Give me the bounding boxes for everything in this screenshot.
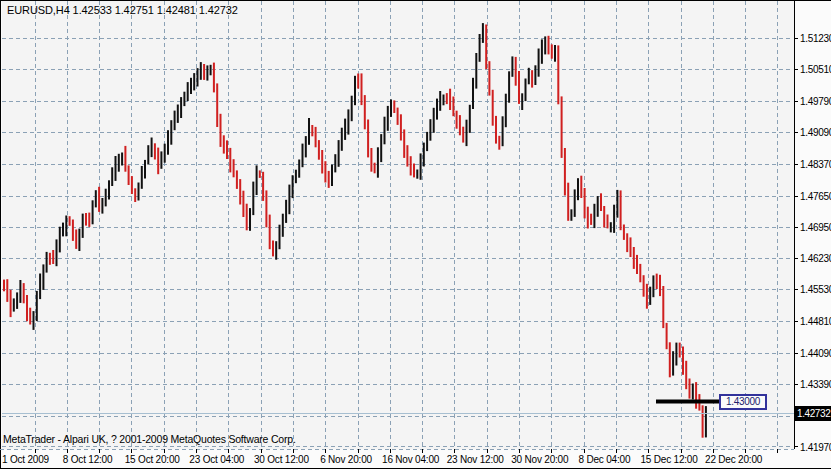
price-bar	[33, 311, 35, 330]
price-bar	[472, 78, 474, 109]
price-bar	[508, 71, 510, 102]
time-axis-label: 30 Nov 20:00	[511, 454, 569, 465]
price-bar	[675, 343, 677, 366]
price-bar	[233, 159, 235, 177]
price-bar	[239, 179, 241, 204]
price-bar	[518, 71, 520, 104]
price-bar	[495, 116, 497, 144]
price-bar	[393, 100, 395, 113]
price-bar	[157, 148, 159, 175]
price-bar	[328, 171, 330, 188]
price-bar	[72, 220, 74, 241]
price-bar	[151, 138, 153, 158]
price-bar	[485, 25, 487, 70]
price-bar	[416, 170, 418, 179]
price-axis-label: 1.44090	[800, 348, 831, 359]
price-bar	[262, 172, 264, 201]
price-bar	[403, 129, 405, 158]
current-price-badge: 1.42732	[795, 406, 831, 421]
price-bar	[249, 208, 251, 231]
time-axis-label: 23 Nov 12:00	[447, 454, 505, 465]
time-axis-label: 8 Dec 04:00	[579, 454, 631, 465]
price-bar	[193, 73, 195, 90]
chart-plot-area[interactable]: 1.512301.505101.497901.490901.483701.476…	[0, 0, 831, 469]
price-bar	[92, 200, 94, 224]
price-bar	[426, 132, 428, 151]
price-bar	[223, 135, 225, 153]
price-bar	[446, 93, 448, 104]
price-bar	[59, 227, 61, 253]
price-bar	[160, 151, 162, 168]
horizontal-line-object[interactable]	[656, 400, 722, 404]
price-bar	[23, 283, 25, 303]
price-bar	[410, 156, 412, 175]
price-bar	[580, 176, 582, 198]
price-bar	[203, 64, 205, 80]
price-bar	[141, 166, 143, 189]
price-bar	[298, 160, 300, 178]
price-bar	[613, 205, 615, 233]
price-bar	[620, 190, 622, 230]
price-bar	[429, 119, 431, 141]
price-bar	[269, 215, 271, 250]
price-bar	[702, 405, 704, 437]
price-bar	[115, 156, 117, 181]
price-bar	[656, 274, 658, 289]
price-bar	[16, 292, 18, 309]
hline-price-label[interactable]: 1.43000	[719, 394, 767, 410]
price-bar	[338, 140, 340, 167]
time-axis-label: 1 Oct 2009	[2, 454, 50, 465]
price-axis-label: 1.48370	[800, 159, 831, 170]
price-bar	[334, 154, 336, 172]
time-axis-label: 30 Oct 12:00	[254, 454, 309, 465]
price-bar	[554, 45, 556, 62]
price-bar	[502, 116, 504, 146]
price-bar	[479, 34, 481, 62]
time-axis-label: 15 Oct 20:00	[125, 454, 180, 465]
price-bar	[590, 214, 592, 225]
price-bar	[88, 213, 90, 227]
chart-ohlc-header: EURUSD,H4 1.42533 1.42751 1.42481 1.4273…	[7, 4, 238, 16]
price-bar	[574, 189, 576, 217]
price-bar	[406, 145, 408, 166]
price-bar	[154, 143, 156, 159]
price-bar	[82, 214, 84, 238]
price-bar	[170, 120, 172, 145]
price-bar	[443, 95, 445, 106]
price-bar	[324, 161, 326, 182]
price-bar	[256, 165, 258, 195]
price-bar	[364, 95, 366, 129]
price-bar	[347, 109, 349, 134]
price-axis-label: 1.46950	[800, 222, 831, 233]
price-bar	[305, 136, 307, 157]
price-bar	[19, 280, 21, 303]
price-bar	[659, 275, 661, 296]
price-bar	[124, 146, 126, 172]
price-bar	[557, 45, 559, 104]
time-axis-label: 22 Dec 20:00	[705, 454, 763, 465]
price-axis-label: 1.49090	[800, 127, 831, 138]
price-bar	[456, 111, 458, 129]
price-bar	[652, 275, 654, 297]
price-axis-label: 1.46230	[800, 253, 831, 264]
price-bar	[603, 206, 605, 228]
price-bar	[570, 209, 572, 221]
price-bar	[577, 178, 579, 200]
price-bar	[433, 108, 435, 133]
price-bar	[354, 76, 356, 105]
price-bar	[351, 96, 353, 122]
price-bar	[679, 343, 681, 358]
price-bar	[183, 92, 185, 106]
price-bar	[311, 125, 313, 136]
price-bar	[705, 406, 707, 437]
price-bar	[616, 190, 618, 218]
price-bar	[279, 225, 281, 250]
price-bar	[85, 213, 87, 226]
price-bar	[413, 164, 415, 178]
price-bar	[593, 204, 595, 228]
price-bar	[302, 144, 304, 168]
price-bar	[65, 216, 67, 237]
price-bar	[380, 134, 382, 162]
price-axis-label: 1.44810	[800, 316, 831, 327]
price-bar	[548, 36, 550, 55]
